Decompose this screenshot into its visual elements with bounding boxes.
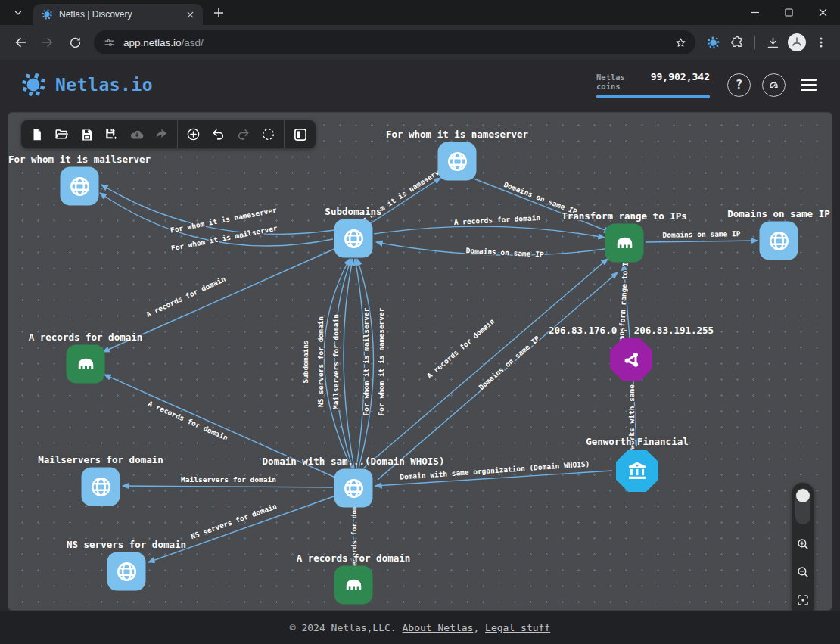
node-label: Domains on same IP xyxy=(727,208,829,219)
open-file-button[interactable] xyxy=(49,123,74,146)
back-icon xyxy=(13,35,28,50)
legal-stuff-link[interactable]: Legal stuff xyxy=(485,622,550,633)
main-menu-button[interactable] xyxy=(797,73,820,97)
panel-tool-group xyxy=(285,120,316,148)
select-area-button[interactable] xyxy=(256,123,281,146)
graph-edge[interactable] xyxy=(364,259,608,468)
edge-label: Mailservers for domain xyxy=(181,475,276,484)
undo-button[interactable] xyxy=(206,123,231,146)
url-path: /asd/ xyxy=(182,37,204,48)
netlas-favicon-icon xyxy=(41,8,53,20)
share-button[interactable] xyxy=(149,123,174,146)
reload-button[interactable] xyxy=(62,30,88,55)
site-header: Netlas.io Netlas coins 99,902,342 ? xyxy=(0,60,840,110)
extensions-button[interactable] xyxy=(726,31,748,54)
node-ip-range[interactable] xyxy=(610,338,652,381)
zoom-slider[interactable] xyxy=(795,488,810,524)
globe-icon xyxy=(342,227,365,250)
node-genworth-financial[interactable] xyxy=(616,450,658,492)
graph-edge[interactable] xyxy=(474,179,611,232)
node-mailservers[interactable] xyxy=(82,468,120,506)
edge-label: A records for domain xyxy=(425,317,496,380)
close-icon xyxy=(187,11,194,18)
chevron-down-icon xyxy=(13,8,23,18)
zoom-in-button[interactable] xyxy=(795,536,811,552)
downloads-button[interactable] xyxy=(761,31,784,54)
node-label: For whom it is nameserver xyxy=(386,129,528,140)
fit-view-button[interactable] xyxy=(795,592,811,608)
plus-icon xyxy=(213,8,224,18)
zoom-out-button[interactable] xyxy=(795,564,811,580)
node-a-records-bottom[interactable] xyxy=(334,566,373,605)
save-as-button[interactable] xyxy=(99,123,124,146)
browser-tab[interactable]: Netlas | Discovery xyxy=(33,4,203,25)
brand-name: Netlas.io xyxy=(55,75,153,95)
add-node-button[interactable] xyxy=(181,123,206,146)
redo-icon xyxy=(236,127,250,142)
graph-canvas[interactable]: For whom it is nameserverFor whom it is … xyxy=(8,112,832,611)
node-label: Domain with sam...(Domain WHOIS) xyxy=(263,456,445,467)
maximize-button[interactable] xyxy=(772,0,806,25)
node-domains-same-ip[interactable] xyxy=(760,222,798,260)
graph-edge[interactable] xyxy=(123,486,333,487)
graph-edge[interactable] xyxy=(374,226,605,238)
redo-button[interactable] xyxy=(231,123,256,146)
netlas-extension-icon xyxy=(706,36,720,50)
avatar-icon xyxy=(787,33,807,52)
node-a-records-left[interactable] xyxy=(67,345,105,384)
window-controls xyxy=(738,0,840,25)
node-for-whom-mailserver[interactable] xyxy=(61,167,99,206)
maximize-icon xyxy=(785,8,793,17)
coins-widget: Netlas coins 99,902,342 xyxy=(596,71,710,98)
new-tab-button[interactable] xyxy=(209,3,229,23)
node-domain-with-same[interactable] xyxy=(334,469,373,508)
netlas-extension-button[interactable] xyxy=(702,31,724,54)
browser-titlebar: Netlas | Discovery xyxy=(0,0,840,25)
browser-navbar: app.netlas.io/asd/ xyxy=(0,25,840,60)
url-text: app.netlas.io/asd/ xyxy=(123,37,204,48)
node-transform-range[interactable] xyxy=(605,224,644,263)
edge-label: A records for domain xyxy=(145,275,226,319)
edge-label: Domains on same IP xyxy=(662,229,740,239)
back-button[interactable] xyxy=(8,30,33,55)
file-tool-group xyxy=(21,120,178,148)
close-icon xyxy=(819,8,827,17)
graph-edge[interactable] xyxy=(101,185,334,234)
tab-close-button[interactable] xyxy=(183,8,197,21)
graph-edge[interactable] xyxy=(344,259,354,468)
edge-label: NS servers for domain xyxy=(316,316,325,407)
zoom-slider-knob[interactable] xyxy=(796,489,810,502)
toolbar-divider xyxy=(754,36,755,49)
toggle-panel-button[interactable] xyxy=(288,123,313,146)
bookmark-button[interactable] xyxy=(670,32,691,53)
cloud-download-button[interactable] xyxy=(124,123,149,146)
new-file-button[interactable] xyxy=(24,123,49,146)
forward-button[interactable] xyxy=(35,30,61,55)
question-mark-icon: ? xyxy=(736,79,743,91)
node-subdomains[interactable] xyxy=(334,219,373,258)
help-button[interactable]: ? xyxy=(727,73,751,97)
globe-icon xyxy=(342,477,365,499)
graph-edge[interactable] xyxy=(646,241,758,242)
building-icon xyxy=(342,574,365,596)
dashboard-button[interactable] xyxy=(762,73,786,97)
new-file-icon xyxy=(30,128,44,142)
node-for-whom-nameserver[interactable] xyxy=(438,142,477,181)
netlas-brand[interactable]: Netlas.io xyxy=(20,71,153,98)
minimize-button[interactable] xyxy=(738,0,772,25)
reload-icon xyxy=(68,36,82,50)
minimize-icon xyxy=(751,8,759,17)
node-ns-servers[interactable] xyxy=(107,552,146,591)
browser-menu-button[interactable] xyxy=(810,31,832,54)
about-netlas-link[interactable]: About Netlas xyxy=(403,622,474,633)
tab-search-button[interactable] xyxy=(8,4,29,22)
coins-progress-bar xyxy=(596,95,710,98)
url-host: app.netlas.io xyxy=(123,37,182,48)
profile-avatar[interactable] xyxy=(786,31,808,54)
edge-label: Networks with same org xyxy=(627,367,636,462)
url-bar[interactable]: app.netlas.io/asd/ xyxy=(94,30,695,54)
close-window-button[interactable] xyxy=(806,0,840,25)
footer-separator: , xyxy=(473,622,485,633)
building-icon xyxy=(613,232,636,254)
save-button[interactable] xyxy=(74,123,99,146)
